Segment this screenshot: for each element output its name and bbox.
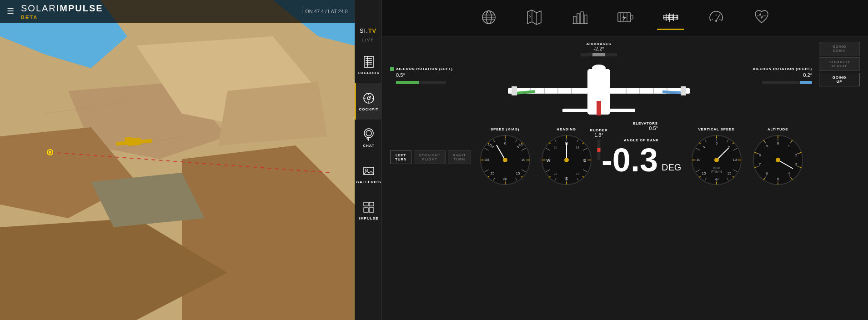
rudder-value: 1.8° [590,132,607,138]
svg-rect-19 [364,167,374,175]
svg-rect-24 [369,208,374,212]
svg-point-97 [503,158,507,162]
svg-text:10: 10 [696,158,700,162]
svg-rect-54 [597,101,601,115]
straight-flight-v-btn[interactable]: STRAIGHTFLIGHT [819,57,860,71]
svg-text:12: 12 [576,172,579,175]
nav-plane[interactable] [657,6,684,30]
svg-point-130 [564,158,569,162]
svg-rect-56 [681,86,686,95]
sidebar-item-impulse[interactable]: IMPULSE [355,192,382,229]
impulse-icon [362,200,376,214]
svg-text:45: 45 [487,143,492,147]
sitv-logo: SI.TV [360,27,377,34]
svg-text:S: S [565,176,568,181]
sidebar-item-galleries[interactable]: GALLERIES [355,156,382,192]
airbrakes-value: -2.2° [581,46,617,51]
svg-text:7: 7 [758,162,761,166]
svg-text:6: 6 [766,171,768,175]
map-icon [525,8,543,26]
battery-icon [616,8,634,26]
speed-gauge-section: SPEED (KIAS) [478,127,532,187]
heading-gauge-svg: N E S W 33 12 21 24 [539,133,594,187]
angle-bank-display: -0.3 DEG [602,144,681,176]
svg-text:33: 33 [576,146,579,149]
svg-text:10: 10 [733,158,737,162]
rudder-label: RUDDER [590,128,607,132]
svg-text:8: 8 [758,153,761,157]
svg-text:x100: x100 [713,166,720,170]
plane-nav-icon [662,8,680,26]
going-up-btn[interactable]: GOINGUP [819,73,860,86]
airbrakes-bar [581,53,617,56]
svg-text:3: 3 [795,162,797,166]
svg-text:25: 25 [490,171,494,175]
svg-text:0: 0 [777,141,779,145]
svg-point-46 [715,20,717,22]
svg-text:20: 20 [714,177,718,181]
map-section: ☰ SOLARIMPULSE BETA LON 47.4 / LAT 24.8 [0,0,355,320]
elevators-label: ELEVATORS [633,121,658,125]
svg-text:15: 15 [702,171,706,175]
right-turn-btn[interactable]: RIGHTTURN [448,150,471,164]
svg-point-17 [364,129,373,138]
logbook-icon [362,55,376,69]
svg-rect-35 [577,14,580,24]
sidebar: SI.TV LIVE LOGBOOK COCKPIT CHAT [355,0,382,320]
sidebar-item-cockpit[interactable]: COCKPIT [355,83,382,120]
going-down-btn[interactable]: GOINGDOWN [819,42,860,55]
svg-point-5 [49,151,51,154]
straight-flight-h-btn[interactable]: STRAIGHTFLIGHT [414,150,445,164]
map-coordinates: LON 47.4 / LAT 24.8 [302,9,348,14]
center-airplane-area: AIRBRAKES -2.2° [470,42,728,124]
logbook-label: LOGBOOK [358,71,380,75]
vertical-modes-panel: GOINGDOWN STRAIGHTFLIGHT GOINGUP [819,42,860,86]
altitude-label: ALTITUDE [768,127,788,131]
svg-rect-22 [369,202,374,206]
svg-point-196 [776,158,780,162]
nav-battery[interactable] [612,6,639,30]
menu-icon[interactable]: ☰ [7,6,14,16]
svg-text:4: 4 [788,171,790,175]
angle-bank-section: ANGLE OF BANK -0.3 DEG [601,138,682,176]
impulse-label: IMPULSE [359,216,379,220]
aileron-right-bar [762,81,812,84]
svg-text:E: E [583,158,586,163]
left-turn-btn[interactable]: LEFTTURN [390,150,411,164]
altitude-gauge-section: ALTITUDE 0 [751,127,805,187]
svg-rect-21 [364,202,368,206]
sidebar-item-chat[interactable]: CHAT [355,120,382,156]
sidebar-item-logbook[interactable]: LOGBOOK [355,47,382,83]
chart-icon [571,8,589,26]
aileron-left-label: AILERON ROTATION (LEFT) [396,67,453,71]
nav-speedometer[interactable] [702,6,730,30]
health-icon [753,8,771,26]
cockpit-panel: AILERON ROTATION (LEFT) 0.5° AIRBRAKES -… [382,36,868,320]
cockpit-label: COCKPIT [359,107,379,111]
beta-label: BETA [21,15,103,20]
vspeed-gauge-section: VERTICAL SPEED [689,127,744,187]
live-badge: LIVE [362,38,375,42]
vspeed-gauge-svg: 0 5 10 15 20 15 10 5 [689,133,744,187]
nav-health[interactable] [748,6,775,30]
airbrakes-label: AIRBRAKES [581,42,617,46]
nav-map[interactable] [521,6,548,30]
nav-globe[interactable] [475,6,502,30]
bottom-row: LEFTTURN STRAIGHTFLIGHT RIGHTTURN SPEED … [390,127,860,187]
svg-text:24: 24 [554,146,557,149]
svg-text:40: 40 [518,143,522,147]
aileron-left-bar [396,81,446,84]
rudder-bar [597,140,601,160]
svg-text:9: 9 [766,144,768,148]
svg-rect-23 [364,208,368,212]
airplane-visualization: AILERON ROTATION (LEFT) 0.5° AIRBRAKES -… [390,42,860,124]
altitude-gauge-svg: 0 1 2 3 4 5 6 7 8 9 [751,133,805,187]
horizontal-modes: LEFTTURN STRAIGHTFLIGHT RIGHTTURN [390,150,471,164]
svg-rect-8 [125,137,132,142]
svg-line-48 [719,19,721,20]
rudder-info: RUDDER 1.8° [590,128,607,160]
elevators-info: ELEVATORS 0.5° [633,121,658,131]
airplane-map-icon [113,133,155,152]
nav-chart[interactable] [566,6,593,30]
svg-text:W: W [546,158,550,163]
